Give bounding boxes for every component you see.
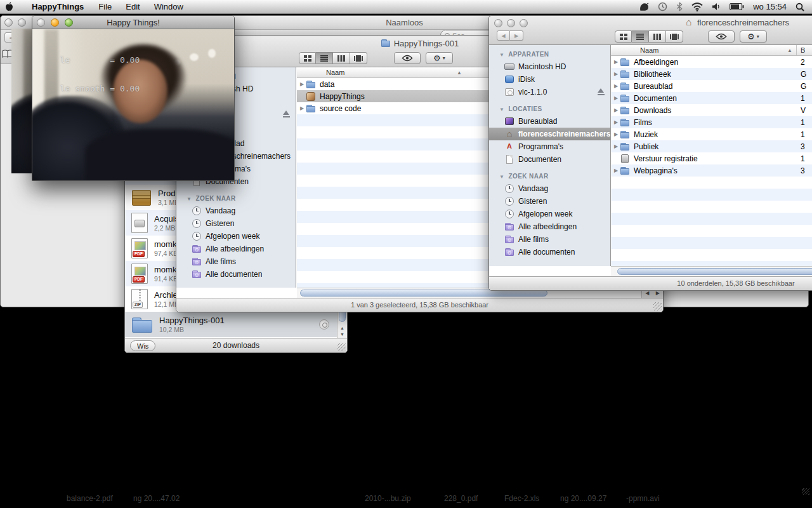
resize-grip[interactable] [337, 343, 346, 351]
list-view-button[interactable] [316, 52, 333, 64]
sidebar-item-alle-afbeeldingen[interactable]: Alle afbeeldingen [489, 220, 610, 233]
horizontal-scrollbar[interactable] [611, 266, 812, 276]
app-menu-happythings[interactable]: HappyThings [24, 2, 91, 11]
disclosure-triangle-icon[interactable]: ▶ [611, 59, 620, 65]
sidebar-item-alle-documenten[interactable]: Alle documenten [176, 268, 296, 281]
forward-button[interactable]: ▶ [510, 30, 523, 41]
disclosure-triangle-icon[interactable]: ▼ [499, 174, 504, 180]
table-row-bibliotheek[interactable]: ▶BibliotheekG [611, 68, 812, 80]
table-row-webpagina-s[interactable]: ▶Webpagina's3 [611, 164, 812, 177]
sidebar-item-bureaublad[interactable]: Bureaublad [489, 115, 610, 128]
download-item-happythings-001[interactable]: HappyThings-00110,2 MB [125, 312, 347, 337]
reveal-magnifier-icon[interactable] [319, 319, 329, 330]
sidebar-item-gisteren[interactable]: Gisteren [176, 217, 296, 230]
back-button[interactable]: ◀ [497, 30, 510, 41]
menu-clock[interactable]: wo 15:54 [753, 2, 787, 11]
sidebar-item-afgelopen-week[interactable]: Afgelopen week [176, 230, 296, 243]
table-row-afbeeldingen[interactable]: ▶Afbeeldingen2 [611, 56, 812, 68]
time-machine-icon[interactable] [658, 2, 667, 11]
sidebar-item-alle-films[interactable]: Alle films [489, 233, 610, 246]
disclosure-triangle-icon[interactable]: ▶ [297, 81, 306, 87]
disclosure-triangle-icon[interactable]: ▶ [297, 105, 306, 111]
minimize-button[interactable] [51, 18, 59, 27]
action-menu-button[interactable]: ⚙▾ [426, 52, 453, 64]
volume-icon[interactable] [712, 3, 721, 11]
sidebar-item-alle-afbeeldingen[interactable]: Alle afbeeldingen [176, 243, 296, 255]
table-row-muziek[interactable]: ▶Muziek1 [611, 128, 812, 140]
sidebar-item-vandaag[interactable]: Vandaag [489, 182, 610, 195]
battery-icon[interactable] [730, 3, 744, 10]
menu-window[interactable]: Window [147, 2, 190, 11]
desktop-file-label[interactable]: -ppmn.avi [626, 494, 660, 503]
sidebar-item-idisk[interactable]: iDisk [489, 73, 610, 86]
bluetooth-icon[interactable] [676, 2, 683, 11]
column-view-button[interactable] [649, 30, 666, 43]
app-status-icon[interactable] [639, 3, 649, 11]
scroll-down-arrow[interactable]: ▼ [337, 332, 347, 337]
table-row-downloads[interactable]: ▶DownloadsV [611, 104, 812, 116]
sidebar-item-alle-documenten[interactable]: Alle documenten [489, 246, 610, 258]
titlebar[interactable]: Happy Things! [32, 16, 234, 29]
menu-edit[interactable]: Edit [119, 2, 147, 11]
disclosure-triangle-icon[interactable]: ▶ [611, 71, 620, 77]
table-row-verstuur-registratie[interactable]: ▶Verstuur registratie1 [611, 152, 812, 164]
sidebar-item-vlc-1-1-0[interactable]: vlc-1.1.0 [489, 86, 610, 98]
column-view-button[interactable] [333, 52, 350, 64]
eject-icon[interactable] [282, 110, 291, 119]
quicklook-button[interactable] [394, 52, 421, 64]
scroll-up-arrow[interactable]: ▲ [337, 326, 347, 330]
desktop-file-label[interactable]: 228_0.pdf [444, 494, 478, 503]
window-resize-grip[interactable] [802, 488, 809, 495]
spotlight-icon[interactable] [796, 3, 804, 11]
resize-grip[interactable] [653, 302, 662, 311]
close-button[interactable] [37, 18, 45, 27]
apple-menu[interactable] [5, 2, 24, 11]
column-header-naam[interactable]: Naam ▲ B [611, 45, 812, 56]
scrollbar-thumb[interactable] [617, 268, 812, 275]
desktop-file-label[interactable]: Fdec-2.xls [504, 494, 539, 503]
disclosure-triangle-icon[interactable]: ▶ [611, 168, 620, 173]
clear-downloads-button[interactable]: Wis [130, 340, 155, 351]
disclosure-triangle-icon[interactable]: ▼ [187, 196, 192, 202]
action-menu-button[interactable]: ⚙▾ [740, 30, 767, 43]
table-row-bureaublad[interactable]: ▶BureaubladG [611, 80, 812, 92]
desktop-file-label[interactable]: ng 20....09.27 [560, 494, 606, 503]
disclosure-triangle-icon[interactable]: ▶ [611, 119, 620, 125]
sidebar-item-alle-films[interactable]: Alle films [176, 255, 296, 268]
icon-view-button[interactable] [615, 30, 632, 43]
column-divider[interactable] [796, 45, 797, 55]
sidebar-item-afgelopen-week[interactable]: Afgelopen week [489, 208, 610, 220]
sidebar-item-florenceschreinemachers[interactable]: ⌂florenceschreinemachers [489, 128, 610, 140]
zoom-button[interactable] [65, 18, 73, 27]
sidebar-item-programma-s[interactable]: AProgramma's [489, 140, 610, 153]
disclosure-triangle-icon[interactable]: ▶ [611, 131, 620, 137]
sidebar-item-gisteren[interactable]: Gisteren [489, 195, 610, 208]
desktop-file-label[interactable]: balance-2.pdf [67, 494, 113, 503]
column-header-date[interactable]: B [801, 45, 805, 56]
table-row-publiek[interactable]: ▶Publiek3 [611, 140, 812, 152]
disclosure-triangle-icon[interactable]: ▶ [611, 83, 620, 89]
desktop-file-label[interactable]: 2010-...bu.zip [365, 494, 411, 503]
titlebar[interactable]: ⌂ florenceschreinemachers ◀ ▶ ⚙▾ [489, 16, 812, 45]
table-row-films[interactable]: ▶Films1 [611, 116, 812, 128]
desktop-file-label[interactable]: ng 20....47.02 [133, 494, 180, 503]
sidebar-item-macintosh-hd[interactable]: Macintosh HD [489, 60, 610, 73]
sidebar-item-vandaag[interactable]: Vandaag [176, 204, 296, 217]
list-view-button[interactable] [632, 30, 649, 43]
wifi-icon[interactable] [691, 3, 703, 11]
quicklook-button[interactable] [708, 30, 735, 43]
icon-view-button[interactable] [299, 52, 316, 64]
clock-icon [505, 197, 514, 206]
eject-icon[interactable] [596, 88, 606, 97]
disclosure-triangle-icon[interactable]: ▶ [611, 95, 620, 101]
disclosure-triangle-icon[interactable]: ▶ [611, 107, 620, 113]
disclosure-triangle-icon[interactable]: ▶ [611, 144, 620, 149]
coverflow-view-button[interactable] [350, 52, 367, 64]
menu-file[interactable]: File [91, 2, 119, 11]
table-row-documenten[interactable]: ▶Documenten1 [611, 92, 812, 104]
disclosure-triangle-icon[interactable]: ▼ [499, 52, 504, 58]
sidebar-item-documenten[interactable]: Documenten [489, 153, 610, 166]
disclosure-triangle-icon[interactable]: ▼ [499, 107, 504, 112]
coverflow-view-button[interactable] [666, 30, 683, 43]
file-name: Verstuur registratie [634, 154, 698, 163]
